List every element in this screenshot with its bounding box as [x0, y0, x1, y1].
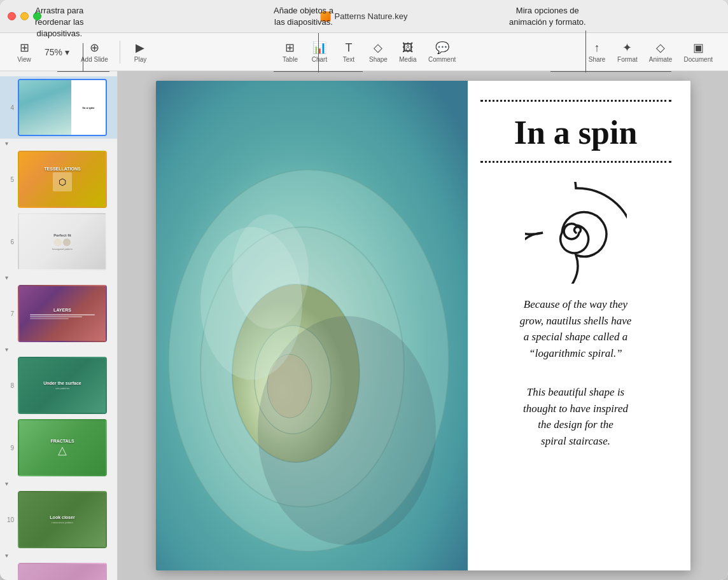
- slide-thumb-4[interactable]: In a spin: [18, 79, 107, 136]
- slide-panel[interactable]: 4 In a spin ▾ 5 TESSELL: [0, 71, 118, 580]
- share-label: Share: [589, 56, 606, 63]
- slide-number-4: 4: [5, 104, 14, 111]
- slide-9-title: FRACTALS: [50, 439, 74, 443]
- format-button[interactable]: ✦ Format: [612, 38, 643, 66]
- app-window: Patterns Nature.key Arrastra para reorde…: [0, 0, 728, 580]
- document-icon: ▣: [693, 41, 704, 55]
- slide-item-6[interactable]: 6 Perfect fit hexagonal pattern: [0, 211, 117, 273]
- slide-group-8-collapse[interactable]: ▾: [0, 345, 117, 354]
- slide-item-9[interactable]: 9 FRACTALS △: [0, 417, 117, 479]
- zoom-icon: 75% ▾: [45, 47, 69, 57]
- titlebar: Patterns Nature.key: [0, 0, 728, 33]
- slide-item-8[interactable]: 8 Under the surface sea patterns: [0, 354, 117, 417]
- slide-body2: This beautiful shape isthought to have i…: [523, 384, 628, 449]
- chart-button[interactable]: 📊 Chart: [305, 38, 333, 66]
- slide-thumb-5[interactable]: TESSELLATIONS ⬡: [18, 151, 107, 208]
- slide-5-title: TESSELLATIONS: [44, 167, 80, 171]
- comment-button[interactable]: 💬 Comment: [423, 38, 461, 66]
- share-button[interactable]: ↑ Share: [583, 39, 611, 66]
- chevron-down-icon-3: ▾: [5, 346, 8, 353]
- shape-label: Shape: [369, 56, 388, 63]
- table-icon: ⊞: [285, 41, 295, 55]
- slide-group-5-collapse[interactable]: ▾: [0, 139, 117, 148]
- toolbar-group-center: ⊞ Table 📊 Chart T Text ◇ Shape 🖼 Media 💬: [276, 38, 461, 66]
- slide-photo: [156, 81, 468, 570]
- slide-7-title: LAYERS: [53, 308, 71, 312]
- svg-point-8: [232, 214, 309, 329]
- app-icon: [321, 11, 331, 22]
- table-button[interactable]: ⊞ Table: [276, 38, 304, 66]
- slide-group-10-collapse[interactable]: ▾: [0, 479, 117, 488]
- slide-item-10[interactable]: 10 Look closer romanesco pattern: [0, 488, 117, 551]
- chart-icon: 📊: [312, 41, 326, 55]
- window-title: Patterns Nature.key: [321, 11, 408, 22]
- toolbar: ⊞ View 75% ▾ 75% ⊕ Add Slide ▶ Play ⊞ Ta…: [0, 33, 728, 71]
- separator-1: [120, 41, 120, 64]
- animate-icon: ◇: [656, 41, 665, 55]
- document-button[interactable]: ▣ Document: [678, 38, 718, 66]
- dotted-line-bottom: [480, 161, 671, 163]
- slide-title: In a spin: [514, 114, 638, 151]
- spiral-svg: [525, 182, 627, 284]
- slide-thumb-6[interactable]: Perfect fit hexagonal pattern: [18, 213, 107, 270]
- slide-number-9: 9: [5, 445, 14, 452]
- add-slide-label: Add Slide: [81, 56, 108, 63]
- media-label: Media: [399, 56, 416, 63]
- slide-number-10: 10: [5, 516, 14, 523]
- slide-10-title: Look closer: [50, 515, 74, 520]
- animate-button[interactable]: ◇ Animate: [644, 38, 678, 66]
- chevron-down-icon: ▾: [5, 140, 8, 147]
- table-label: Table: [283, 56, 298, 63]
- slide-group-7-collapse[interactable]: ▾: [0, 273, 117, 282]
- text-label: Text: [343, 56, 354, 63]
- format-icon: ✦: [622, 41, 632, 55]
- chevron-down-icon-5: ▾: [5, 552, 8, 559]
- slide-body1: Because of the way theygrow, nautilus sh…: [520, 296, 632, 361]
- slide-item-11[interactable]: 11 SYMMETRIES ✿: [0, 560, 117, 580]
- slide-thumb-8[interactable]: Under the surface sea patterns: [18, 357, 107, 414]
- play-label: Play: [134, 56, 146, 63]
- window-title-text: Patterns Nature.key: [335, 11, 408, 21]
- slide-thumb-7[interactable]: LAYERS: [18, 285, 107, 342]
- slide-canvas: In a spin Because of the way theygrow, n…: [156, 81, 690, 570]
- slide-thumb-9[interactable]: FRACTALS △: [18, 419, 107, 476]
- text-icon: T: [345, 41, 352, 55]
- play-button[interactable]: ▶ Play: [127, 38, 154, 66]
- close-button[interactable]: [8, 12, 16, 20]
- minimize-button[interactable]: [20, 12, 29, 20]
- text-button[interactable]: T Text: [335, 39, 363, 66]
- slide-number-6: 6: [5, 238, 14, 245]
- slide-group-11-collapse[interactable]: ▾: [0, 551, 117, 560]
- slide-thumb-11[interactable]: SYMMETRIES ✿: [18, 563, 107, 580]
- dotted-line-top: [480, 100, 671, 102]
- slide-8-title: Under the surface: [43, 381, 81, 385]
- play-icon: ▶: [136, 41, 144, 55]
- add-slide-icon: ⊕: [90, 41, 99, 55]
- chevron-down-icon-4: ▾: [5, 480, 8, 487]
- view-icon: ⊞: [20, 41, 29, 55]
- comment-label: Comment: [428, 56, 456, 63]
- slide-item-4[interactable]: 4 In a spin: [0, 76, 117, 139]
- add-slide-button[interactable]: ⊕ Add Slide: [76, 38, 113, 66]
- shape-icon: ◇: [374, 41, 382, 55]
- main-content: 4 In a spin ▾ 5 TESSELL: [0, 71, 728, 580]
- toolbar-group-left: ⊞ View 75% ▾ 75% ⊕ Add Slide: [10, 38, 113, 66]
- canvas-area[interactable]: In a spin Because of the way theygrow, n…: [118, 71, 728, 580]
- spiral-container: [525, 182, 627, 284]
- format-label: Format: [617, 56, 638, 63]
- shape-button[interactable]: ◇ Shape: [364, 38, 393, 66]
- slide-item-5[interactable]: 5 TESSELLATIONS ⬡: [0, 148, 117, 211]
- view-button[interactable]: ⊞ View: [10, 38, 38, 66]
- slide-text-area: In a spin Because of the way theygrow, n…: [468, 81, 690, 570]
- maximize-button[interactable]: [33, 12, 41, 20]
- slide-thumb-10[interactable]: Look closer romanesco pattern: [18, 491, 107, 548]
- zoom-button[interactable]: 75% ▾ 75%: [39, 45, 74, 60]
- slide-number-5: 5: [5, 176, 14, 183]
- media-button[interactable]: 🖼 Media: [394, 39, 422, 66]
- slide-number-8: 8: [5, 382, 14, 389]
- view-label: View: [17, 56, 31, 63]
- slide-item-7[interactable]: 7 LAYERS: [0, 282, 117, 345]
- chart-label: Chart: [312, 56, 327, 63]
- share-icon: ↑: [594, 41, 600, 55]
- chevron-down-icon-2: ▾: [5, 274, 8, 281]
